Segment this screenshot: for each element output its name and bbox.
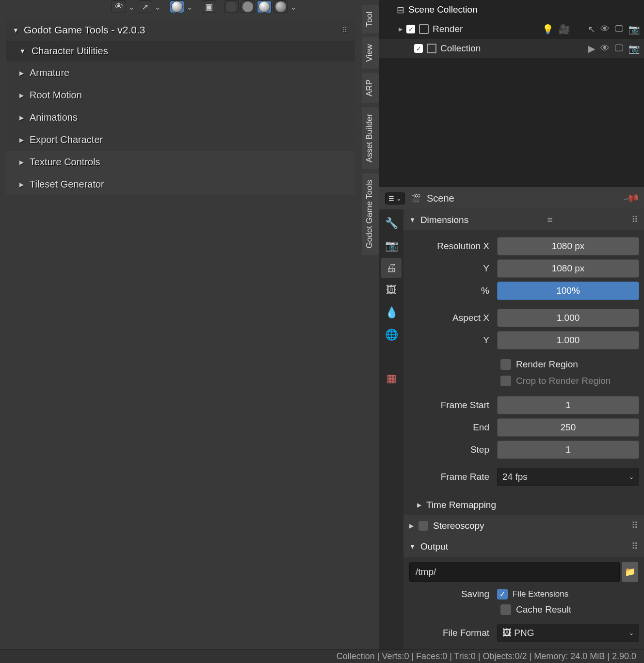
list-icon[interactable]: ≡ [547, 215, 553, 225]
eye-icon[interactable]: 👁 [600, 43, 610, 54]
label-resolution-y: Y [408, 263, 493, 274]
checkbox-render-region[interactable]: Render Region [403, 356, 644, 373]
input-aspect-y[interactable]: 1.000 [497, 331, 639, 349]
pin-icon[interactable]: 📌 [623, 189, 641, 207]
select-frame-rate[interactable]: 24 fps⌄ [497, 468, 639, 486]
subpanel-dimensions[interactable]: ▼ Dimensions ≡ ⠿ [403, 209, 644, 230]
subpanel-output[interactable]: ▼ Output ⠿ [403, 536, 644, 557]
input-resolution-x[interactable]: 1080 px [497, 237, 639, 255]
outliner-scene-collection[interactable]: ⊟ Scene Collection [379, 0, 644, 19]
subpanel-stereoscopy[interactable]: ▶ Stereoscopy ⠿ [403, 515, 644, 536]
ptab-texture[interactable]: ▦ [381, 368, 402, 389]
cursor-icon[interactable]: ↖ [588, 24, 596, 35]
panel-title: Godot Game Tools - v2.0.3 [24, 24, 145, 36]
svg-line-18 [0, 252, 379, 460]
shading-wireframe-button[interactable] [224, 0, 239, 13]
svg-line-32 [0, 349, 136, 514]
render-camera-icon[interactable]: 📷 [628, 24, 640, 35]
panel-item-texture-controls[interactable]: ▶Texture Controls [6, 151, 355, 173]
input-resolution-y[interactable]: 1080 px [497, 259, 639, 278]
chevron-down-icon[interactable]: ⌄ [186, 2, 194, 12]
lightbulb-icon[interactable]: 💡 [542, 24, 554, 35]
xray-toggle-button[interactable]: ▣ [202, 0, 216, 13]
chevron-down-icon: ⌄ [629, 630, 634, 636]
drag-handle-icon[interactable]: ⠿ [631, 520, 638, 531]
input-resolution-pct[interactable]: 100% [497, 282, 639, 300]
overlay-button-active[interactable] [170, 0, 184, 13]
right-panel: ⊟ Scene Collection ▶ ✓ Render 💡 🎥 ↖ 👁 🖵 … [379, 0, 644, 649]
select-file-format[interactable]: 🖼 PNG⌄ [497, 624, 639, 642]
ptab-scene[interactable]: 💧 [381, 302, 402, 323]
tab-view[interactable]: View [362, 37, 379, 69]
properties-content[interactable]: ▼ Dimensions ≡ ⠿ Resolution X1080 px Y10… [403, 209, 644, 649]
ptab-world[interactable]: 🌐 [381, 325, 402, 345]
render-camera-icon[interactable]: 📷 [628, 43, 640, 54]
cursor-icon[interactable]: ▶ [588, 43, 596, 54]
monitor-icon[interactable]: 🖵 [614, 43, 624, 54]
input-frame-start[interactable]: 1 [497, 396, 639, 414]
ptab-viewlayer[interactable]: 🖼 [381, 280, 402, 300]
checkbox-empty-icon[interactable] [419, 521, 428, 531]
monitor-icon[interactable]: 🖵 [614, 24, 624, 34]
ptab-output[interactable]: 🖨 [381, 258, 402, 278]
chevron-down-icon[interactable]: ⌄ [128, 2, 136, 12]
input-frame-end[interactable]: 250 [497, 418, 639, 437]
checkbox-file-extensions[interactable]: ✓ [497, 589, 508, 600]
output-path-input[interactable] [409, 562, 620, 582]
checkbox-crop-region[interactable]: Crop to Render Region [403, 373, 644, 389]
triangle-right-icon[interactable]: ▶ [399, 26, 402, 32]
shading-rendered-button[interactable] [274, 0, 288, 13]
ptab-tool[interactable]: 🔧 [381, 213, 402, 234]
svg-line-6 [0, 339, 379, 591]
collection-icon [427, 44, 436, 53]
tab-tool[interactable]: Tool [362, 5, 379, 33]
svg-line-22 [0, 368, 379, 635]
triangle-right-icon: ▶ [19, 137, 24, 143]
input-aspect-x[interactable]: 1.000 [497, 309, 639, 327]
tab-asset-builder[interactable]: Asset Builder [362, 107, 379, 169]
panel-header[interactable]: ▼ Godot Game Tools - v2.0.3 ⠿ [6, 19, 355, 41]
folder-browse-button[interactable]: 📁 [622, 562, 638, 582]
svg-line-1 [0, 194, 379, 373]
gizmo-toggle-button[interactable]: ↗ [138, 0, 152, 13]
shading-material-button[interactable] [257, 0, 272, 13]
status-text: Collection | Verts:0 | Faces:0 | Tris:0 … [337, 651, 636, 662]
camera-icon[interactable]: 🎥 [559, 24, 570, 35]
checkbox-cache-result[interactable]: Cache Result [403, 601, 644, 618]
visibility-toggle-button[interactable]: 👁 [112, 0, 126, 13]
drag-handle-icon[interactable]: ⠿ [342, 26, 348, 34]
panel-item-animations[interactable]: ▶Animations [6, 107, 355, 128]
tab-godot-game-tools[interactable]: Godot Game Tools [362, 173, 379, 255]
drag-handle-icon[interactable]: ⠿ [631, 541, 638, 552]
svg-line-9 [0, 426, 379, 649]
outliner[interactable]: ⊟ Scene Collection ▶ ✓ Render 💡 🎥 ↖ 👁 🖵 … [379, 0, 644, 187]
context-dropdown[interactable]: ☰⌄ [385, 192, 405, 205]
chevron-down-icon[interactable]: ⌄ [290, 2, 298, 12]
input-frame-step[interactable]: 1 [497, 441, 639, 459]
triangle-right-icon: ▶ [19, 70, 24, 77]
ptab-render[interactable]: 📷 [381, 236, 402, 256]
svg-line-19 [0, 281, 379, 504]
eye-icon[interactable]: 👁 [600, 24, 610, 34]
properties-tabs: 🔧 📷 🖨 🖼 💧 🌐 ▦ [379, 209, 403, 649]
panel-item-tileset-generator[interactable]: ▶Tileset Generator [6, 174, 355, 195]
label-frame-step: Step [408, 444, 493, 455]
checkbox-checked-icon[interactable]: ✓ [406, 25, 415, 33]
subpanel-time-remapping[interactable]: ▶ Time Remapping [403, 495, 644, 515]
triangle-down-icon: ▼ [409, 216, 416, 223]
subpanel-character-utilities[interactable]: ▼ Character Utilities [6, 41, 355, 62]
outliner-item-render[interactable]: ▶ ✓ Render 💡 🎥 ↖ 👁 🖵 📷 [379, 19, 644, 39]
scene-icon: 🎬 [411, 193, 421, 204]
viewport-area[interactable]: 👁 ⌄ ↗ ⌄ ⌄ ▣ ⌄ ▼ Godot Game Tools - v2.0.… [0, 0, 379, 649]
panel-item-armature[interactable]: ▶Armature [6, 62, 355, 84]
outliner-item-collection[interactable]: ✓ Collection ▶ 👁 🖵 📷 [379, 39, 644, 58]
drag-handle-icon[interactable]: ⠿ [631, 214, 638, 225]
chevron-down-icon[interactable]: ⌄ [154, 2, 162, 12]
label-resolution-x: Resolution X [408, 241, 493, 252]
panel-item-export-character[interactable]: ▶Export Character [6, 129, 355, 151]
shading-solid-button[interactable] [241, 0, 255, 13]
properties-body: 🔧 📷 🖨 🖼 💧 🌐 ▦ ▼ Dimensions ≡ ⠿ Resolutio… [379, 209, 644, 649]
panel-item-root-motion[interactable]: ▶Root Motion [6, 84, 355, 106]
checkbox-checked-icon[interactable]: ✓ [414, 44, 423, 53]
tab-arp[interactable]: ARP [362, 73, 379, 103]
